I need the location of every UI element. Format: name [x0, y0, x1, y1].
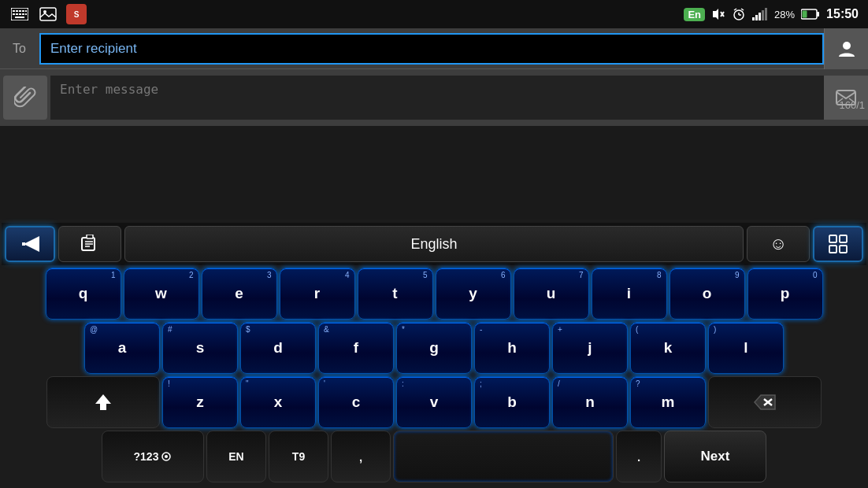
clip-icon — [79, 235, 101, 253]
svg-rect-12 — [40, 8, 56, 20]
key-f[interactable]: &f — [318, 322, 394, 374]
svg-rect-42 — [829, 246, 836, 253]
svg-rect-11 — [15, 17, 24, 18]
backspace-icon — [753, 394, 777, 411]
key-row-3: !z"x'c:v;b/n?m — [2, 376, 866, 428]
svg-rect-36 — [87, 235, 93, 238]
svg-marker-45 — [755, 395, 775, 409]
sym-key[interactable]: ?123 — [102, 431, 204, 482]
key-x[interactable]: "x — [240, 376, 316, 428]
recipient-input[interactable] — [39, 33, 824, 65]
key-b[interactable]: ;b — [474, 376, 550, 428]
key-n[interactable]: /n — [552, 376, 628, 428]
shift-key[interactable] — [46, 376, 160, 428]
battery-percentage: 28% — [774, 9, 795, 20]
key-sym-f: & — [324, 325, 329, 334]
key-i[interactable]: 8i — [592, 268, 667, 320]
comma-label: , — [359, 450, 362, 464]
paperclip-icon — [14, 87, 36, 109]
key-h[interactable]: -h — [474, 322, 550, 374]
key-num-r: 4 — [345, 271, 350, 279]
key-sym-h: - — [480, 325, 482, 334]
messaging-area: To 160/1 — [0, 28, 868, 126]
key-e[interactable]: 3e — [202, 268, 277, 320]
key-t[interactable]: 5t — [358, 268, 433, 320]
send-button[interactable] — [824, 76, 868, 120]
svg-rect-25 — [765, 8, 767, 20]
char-count: 160/1 — [839, 99, 865, 111]
svg-rect-2 — [16, 10, 18, 12]
keyboard-status-icon — [9, 4, 30, 24]
grid-icon — [828, 234, 848, 254]
key-z[interactable]: !z — [162, 376, 238, 428]
kb-clip-button[interactable] — [58, 226, 121, 262]
space-key[interactable] — [393, 431, 614, 482]
key-sym-m: ? — [636, 379, 640, 388]
key-j[interactable]: +j — [552, 322, 628, 374]
key-sym-n: / — [558, 379, 560, 388]
kb-back-button[interactable] — [5, 226, 55, 262]
sym-label: ?123 — [134, 450, 159, 463]
key-sym-b: ; — [480, 379, 482, 388]
key-s[interactable]: #s — [162, 322, 238, 374]
backspace-key[interactable] — [708, 376, 822, 428]
battery-icon — [801, 9, 820, 20]
status-left: S — [9, 4, 87, 24]
message-input[interactable] — [50, 76, 824, 120]
key-c[interactable]: 'c — [318, 376, 394, 428]
key-a[interactable]: @a — [84, 322, 160, 374]
key-sym-g: * — [402, 325, 405, 334]
key-num-i: 8 — [657, 271, 662, 279]
next-key[interactable]: Next — [664, 431, 766, 482]
key-w[interactable]: 2w — [124, 268, 199, 320]
t9-key[interactable]: T9 — [269, 431, 328, 482]
key-num-q: 1 — [111, 271, 116, 279]
key-m[interactable]: ?m — [630, 376, 706, 428]
status-bar: S En 28% — [0, 0, 868, 28]
signal-icon — [752, 8, 768, 20]
svg-point-49 — [165, 455, 168, 458]
key-v[interactable]: :v — [396, 376, 472, 428]
settings-icon — [161, 451, 172, 462]
period-key[interactable]: . — [616, 431, 662, 482]
svg-rect-22 — [755, 15, 758, 20]
key-d[interactable]: $d — [240, 322, 316, 374]
svg-rect-41 — [840, 235, 847, 242]
svg-rect-6 — [13, 13, 15, 15]
lang-key[interactable]: EN — [206, 431, 266, 482]
key-num-p: 0 — [813, 271, 818, 279]
key-k[interactable]: (k — [630, 322, 706, 374]
key-num-w: 2 — [189, 271, 194, 279]
key-r[interactable]: 4r — [280, 268, 355, 320]
kb-grid-button[interactable] — [813, 226, 863, 262]
key-o[interactable]: 9o — [670, 268, 745, 320]
status-right: En 28% 15:50 — [684, 7, 859, 21]
next-label: Next — [701, 449, 730, 464]
key-y[interactable]: 6y — [436, 268, 511, 320]
kb-language-label: English — [410, 236, 457, 253]
attach-button[interactable] — [3, 76, 47, 120]
period-label: . — [637, 450, 640, 464]
mute-icon — [711, 7, 725, 21]
svg-marker-33 — [24, 236, 39, 252]
lang-label: EN — [228, 450, 243, 463]
comma-key[interactable]: , — [331, 431, 391, 482]
key-row-2: @a#s$d&f*g-h+j(k)l — [2, 322, 866, 374]
key-p[interactable]: 0p — [747, 268, 823, 320]
key-q[interactable]: 1q — [46, 268, 121, 320]
key-sym-j: + — [558, 325, 562, 334]
key-l[interactable]: )l — [708, 322, 784, 374]
svg-rect-34 — [22, 242, 25, 246]
svg-rect-1 — [13, 10, 15, 12]
key-num-u: 7 — [579, 271, 584, 279]
kb-emoji-button[interactable]: ☺ — [747, 226, 810, 262]
kb-language-button[interactable]: English — [124, 226, 744, 262]
key-u[interactable]: 7u — [514, 268, 589, 320]
svg-line-20 — [741, 9, 744, 10]
contact-button[interactable] — [824, 28, 868, 69]
svg-rect-3 — [19, 10, 21, 12]
svg-rect-7 — [16, 13, 18, 15]
svg-rect-5 — [25, 10, 27, 12]
key-g[interactable]: *g — [396, 322, 472, 374]
language-badge: En — [684, 8, 705, 21]
